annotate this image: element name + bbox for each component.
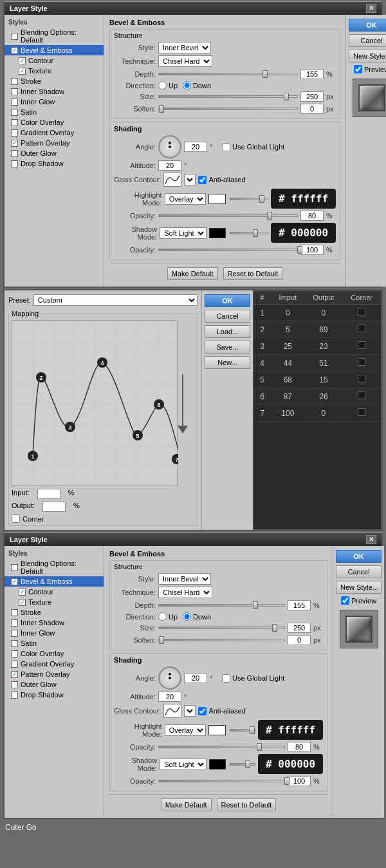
sidebar2-item-stroke[interactable]: Stroke — [5, 607, 104, 618]
gloss-preview[interactable] — [163, 173, 181, 187]
highlight-mode-select[interactable]: Overlay — [165, 193, 206, 205]
sidebar-item-inner-shadow[interactable]: Inner Shadow — [5, 86, 104, 97]
sidebar2-item-drop-shadow[interactable]: Drop Shadow — [5, 690, 104, 700]
sidebar2-item-inner-shadow[interactable]: Inner Shadow — [5, 618, 104, 628]
checkbox2-drop-shadow[interactable] — [11, 692, 18, 699]
sidebar-item-texture[interactable]: Texture — [5, 66, 104, 76]
checkbox-blending[interactable] — [11, 33, 18, 40]
cancel-button-2[interactable]: Cancel — [336, 565, 381, 578]
checkbox2-gradient-overlay[interactable] — [11, 661, 18, 668]
altitude-input[interactable] — [158, 160, 181, 171]
radio-up-input-2[interactable] — [158, 612, 167, 621]
checkbox-pattern-overlay[interactable] — [11, 140, 18, 147]
sidebar2-item-pattern-overlay[interactable]: Pattern Overlay — [5, 669, 104, 679]
sidebar-item-pattern-overlay[interactable]: Pattern Overlay — [5, 138, 104, 148]
radio-up-input[interactable] — [158, 81, 167, 90]
new-style-button-1[interactable]: New Style... — [349, 50, 386, 62]
sidebar2-item-texture[interactable]: Texture — [5, 597, 104, 607]
angle-input-2[interactable] — [184, 673, 207, 683]
angle-dial[interactable] — [158, 135, 181, 158]
shadow-opacity-thumb2b[interactable] — [284, 777, 290, 785]
sidebar2-item-outer-glow[interactable]: Outer Glow — [5, 679, 104, 690]
highlight-color-swatch-2[interactable] — [208, 725, 226, 735]
sidebar2-item-blending[interactable]: Blending Options: Default — [5, 558, 104, 576]
global-light-check[interactable]: Use Global Light — [222, 143, 284, 151]
soften-slider[interactable] — [158, 108, 298, 110]
gloss-preview-2[interactable] — [163, 704, 181, 718]
curve-save-button[interactable]: Save... — [205, 341, 250, 354]
sidebar-item-contour[interactable]: Contour — [5, 55, 104, 66]
checkbox-satin[interactable] — [11, 109, 18, 116]
shadow-opacity-thumb-2a[interactable] — [245, 760, 250, 768]
make-default-button-2[interactable]: Make Default — [161, 798, 212, 811]
highlight-opacity-input[interactable] — [300, 211, 324, 221]
checkbox2-stroke[interactable] — [11, 609, 18, 616]
highlight-opacity-slider-2[interactable] — [230, 729, 255, 731]
curve-cancel-button[interactable]: Cancel — [205, 310, 250, 323]
highlight-opacity-slider[interactable] — [230, 198, 268, 200]
panel-close-2[interactable]: ✕ — [366, 535, 376, 544]
checkbox2-bevel[interactable] — [11, 578, 18, 585]
soften-input[interactable] — [300, 104, 324, 114]
sidebar-item-inner-glow[interactable]: Inner Glow — [5, 97, 104, 107]
radio-down-2[interactable]: Down — [183, 612, 211, 621]
depth-input[interactable] — [300, 69, 324, 79]
radio-up-2[interactable]: Up — [158, 612, 178, 621]
checkbox2-texture[interactable] — [19, 599, 26, 606]
corner-checkbox[interactable] — [12, 514, 20, 523]
checkbox-inner-shadow[interactable] — [11, 88, 18, 95]
soften-thumb-2[interactable] — [159, 636, 164, 644]
gloss-contour-select-2[interactable] — [184, 705, 196, 717]
sidebar-item-drop-shadow[interactable]: Drop Shadow — [5, 158, 104, 169]
preview-checkbox-2[interactable] — [341, 596, 349, 605]
reset-default-button-2[interactable]: Reset to Default — [217, 798, 277, 811]
table-row[interactable]: 7 100 0 — [253, 405, 381, 422]
highlight-opacity-input-2[interactable] — [288, 742, 311, 752]
table-row[interactable]: 3 25 23 — [253, 338, 381, 355]
altitude-input-2[interactable] — [158, 692, 181, 702]
sidebar2-item-gradient-overlay[interactable]: Gradient Overlay — [5, 659, 104, 669]
depth-input-2[interactable] — [288, 600, 311, 610]
size-slider[interactable] — [158, 95, 298, 98]
highlight-opacity-thumb-2a[interactable] — [250, 726, 255, 734]
sidebar-item-outer-glow[interactable]: Outer Glow — [5, 148, 104, 158]
checkbox2-outer-glow[interactable] — [11, 681, 18, 688]
soften-thumb[interactable] — [159, 105, 164, 113]
sidebar-item-blending[interactable]: Blending Options: Default — [5, 27, 104, 45]
anti-aliased-input[interactable] — [198, 176, 207, 184]
style-select-2[interactable]: Inner Bevel — [158, 573, 211, 585]
soften-input-2[interactable] — [288, 635, 311, 645]
shadow-opacity-slider-2[interactable] — [230, 763, 255, 766]
sidebar-item-color-overlay[interactable]: Color Overlay — [5, 117, 104, 127]
preview-checkbox-1[interactable] — [354, 65, 362, 73]
anti-aliased-check[interactable]: Anti-aliased — [198, 176, 245, 184]
checkbox-gradient-overlay[interactable] — [11, 129, 18, 137]
sidebar-item-gradient-overlay[interactable]: Gradient Overlay — [5, 127, 104, 138]
table-row[interactable]: 4 44 51 — [253, 355, 381, 372]
curve-load-button[interactable]: Load... — [205, 325, 250, 338]
table-row[interactable]: 5 68 15 — [253, 372, 381, 388]
checkbox2-blending[interactable] — [11, 564, 18, 571]
highlight-opacity-thumb2[interactable] — [267, 212, 272, 220]
shadow-mode-select-2[interactable]: Soft Light — [160, 759, 207, 770]
size-slider-2[interactable] — [158, 627, 285, 629]
size-input-2[interactable] — [288, 623, 311, 633]
checkbox2-color-overlay[interactable] — [11, 650, 18, 657]
input-field[interactable] — [37, 489, 60, 499]
sidebar-item-bevel[interactable]: Bevel & Emboss — [5, 45, 104, 55]
depth-thumb-2[interactable] — [253, 601, 258, 609]
checkbox-outer-glow[interactable] — [11, 150, 18, 157]
shadow-mode-select[interactable]: Soft Light — [160, 227, 207, 239]
global-light-input-2[interactable] — [222, 674, 230, 683]
sidebar-item-satin[interactable]: Satin — [5, 107, 104, 117]
highlight-opacity-thumb2b[interactable] — [257, 743, 262, 751]
table-row[interactable]: 1 0 0 — [253, 305, 381, 321]
radio-down-input-2[interactable] — [183, 612, 191, 621]
sidebar2-item-inner-glow[interactable]: Inner Glow — [5, 628, 104, 638]
size-thumb[interactable] — [284, 93, 289, 100]
table-row[interactable]: 2 5 69 — [253, 321, 381, 338]
checkbox-bevel[interactable] — [11, 47, 18, 54]
highlight-mode-select-2[interactable]: Overlay — [165, 724, 206, 736]
cancel-button-1[interactable]: Cancel — [349, 34, 386, 47]
radio-down-input[interactable] — [183, 81, 191, 90]
